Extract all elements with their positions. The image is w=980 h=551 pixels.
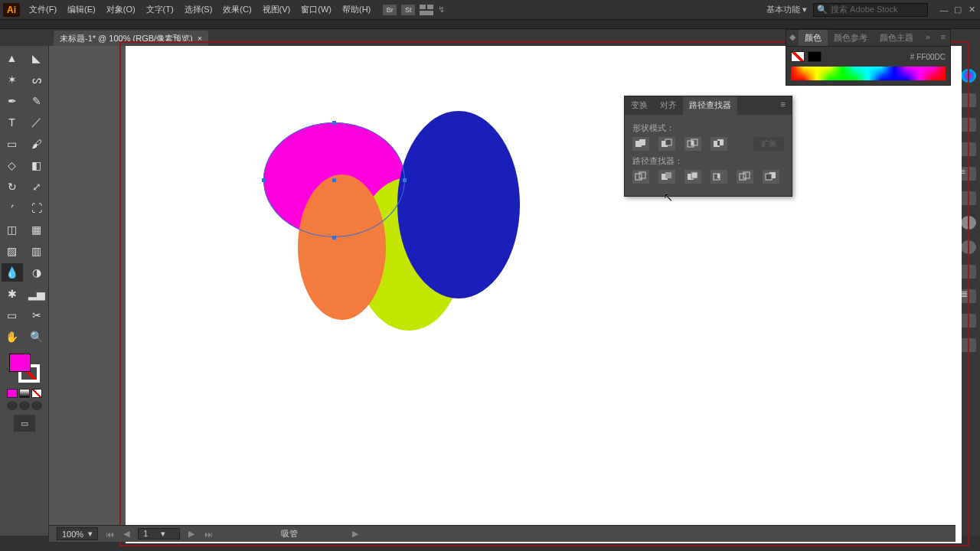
center-point[interactable] — [332, 178, 336, 182]
draw-normal-icon[interactable] — [7, 401, 18, 410]
slice-tool[interactable]: ✂ — [26, 306, 47, 324]
pen-tool[interactable]: ✒ — [2, 92, 23, 110]
search-input[interactable]: 🔍 搜索 Adobe Stock — [813, 3, 928, 17]
eraser-tool[interactable]: ◧ — [26, 156, 47, 174]
rotate-tool[interactable]: ↻ — [2, 178, 23, 196]
line-tool[interactable]: ／ — [26, 113, 47, 132]
direct-selection-tool[interactable]: ◣ — [26, 49, 47, 67]
fill-stroke-selector[interactable] — [6, 352, 43, 384]
artboard-tool[interactable]: ▭ — [2, 306, 23, 324]
tab-color[interactable]: 颜色 — [799, 30, 828, 46]
chevron-down-icon: ▾ — [161, 529, 165, 538]
bridge-icon[interactable]: Br — [383, 5, 397, 15]
arrange-docs-icon[interactable] — [420, 5, 433, 15]
trim-button[interactable] — [658, 170, 675, 184]
search-placeholder: 搜索 Adobe Stock — [831, 4, 897, 15]
anchor-point[interactable] — [403, 178, 407, 182]
stroke-none-swatch[interactable] — [791, 51, 805, 62]
gpu-preview-icon[interactable]: ↯ — [438, 5, 445, 15]
anchor-point[interactable] — [332, 121, 336, 125]
prev-artboard-button[interactable]: ◀ — [121, 529, 132, 540]
tab-color-themes[interactable]: 颜色主题 — [874, 30, 920, 46]
exclude-button[interactable] — [710, 137, 727, 151]
curvature-tool[interactable]: ✎ — [26, 92, 47, 110]
draw-behind-icon[interactable] — [19, 401, 30, 410]
first-artboard-button[interactable]: ⏮ — [104, 529, 115, 540]
next-artboard-button[interactable]: ▶ — [186, 529, 197, 540]
menu-select[interactable]: 选择(S) — [180, 2, 217, 17]
menu-edit[interactable]: 编辑(E) — [63, 2, 100, 17]
unite-button[interactable] — [632, 137, 649, 151]
ellipse-orange[interactable] — [298, 174, 386, 320]
workspace-switcher[interactable]: 基本功能 ▾ — [766, 4, 807, 15]
anchor-point[interactable] — [262, 178, 266, 182]
panel-expand-icon[interactable]: » — [921, 30, 935, 46]
free-transform-tool[interactable]: ⛶ — [26, 199, 47, 217]
close-button[interactable]: ✕ — [966, 5, 977, 15]
tab-align[interactable]: 对齐 — [654, 96, 683, 115]
column-graph-tool[interactable]: ▂▅ — [26, 285, 47, 303]
stock-icon[interactable]: St — [401, 5, 415, 15]
last-artboard-button[interactable]: ⏭ — [203, 529, 214, 540]
artboard-number-field[interactable]: 1 ▾ — [138, 528, 180, 540]
blend-tool[interactable]: ◑ — [26, 263, 47, 282]
panel-menu-icon[interactable]: ≡ — [775, 96, 792, 115]
canvas-area[interactable] — [49, 46, 956, 536]
menu-help[interactable]: 帮助(H) — [338, 2, 375, 17]
type-tool[interactable]: T — [2, 113, 23, 132]
menu-window[interactable]: 窗口(W) — [296, 2, 336, 17]
width-tool[interactable]: ⎖ — [2, 199, 23, 217]
menu-view[interactable]: 视图(V) — [258, 2, 296, 17]
black-swatch[interactable] — [808, 51, 822, 62]
intersect-button[interactable] — [684, 137, 701, 151]
minus-back-button[interactable] — [763, 170, 779, 184]
anchor-point[interactable] — [332, 236, 336, 240]
symbol-sprayer-tool[interactable]: ✱ — [2, 285, 23, 303]
selection-tool[interactable]: ▲ — [2, 49, 23, 67]
gradient-mini[interactable] — [19, 389, 30, 398]
hand-tool[interactable]: ✋ — [2, 328, 23, 346]
rectangle-tool[interactable]: ▭ — [2, 135, 23, 153]
tab-pathfinder[interactable]: 路径查找器 — [683, 96, 737, 115]
screen-mode-button[interactable]: ▭ — [14, 415, 35, 432]
minus-front-button[interactable] — [658, 137, 675, 151]
minimize-button[interactable]: — — [939, 5, 949, 15]
perspective-tool[interactable]: ▦ — [26, 220, 47, 239]
gradient-tool[interactable]: ▥ — [26, 242, 47, 260]
panel-collapse-icon[interactable]: ◆ — [786, 30, 799, 46]
artboard[interactable] — [126, 46, 962, 543]
crop-button[interactable] — [710, 170, 727, 184]
draw-inside-icon[interactable] — [31, 401, 42, 410]
panel-menu-icon[interactable]: ≡ — [936, 30, 950, 46]
lasso-tool[interactable]: ᔕ — [26, 70, 47, 89]
color-spectrum[interactable] — [791, 67, 946, 80]
tab-transform[interactable]: 变换 — [625, 96, 654, 115]
ellipse-blue[interactable] — [397, 111, 520, 298]
merge-button[interactable] — [684, 170, 701, 184]
divide-button[interactable] — [632, 170, 649, 184]
control-bar — [0, 20, 980, 29]
paintbrush-tool[interactable]: 🖌 — [26, 135, 47, 153]
expand-button[interactable]: 扩展 — [753, 137, 784, 151]
scale-tool[interactable]: ⤢ — [26, 178, 47, 196]
tab-color-guide[interactable]: 颜色参考 — [828, 30, 874, 46]
zoom-tool[interactable]: 🔍 — [26, 328, 47, 346]
maximize-button[interactable]: ▢ — [952, 5, 963, 15]
eyedropper-tool[interactable]: 💧 — [2, 263, 23, 282]
svg-rect-13 — [665, 172, 671, 178]
menu-type[interactable]: 文字(T) — [142, 2, 178, 17]
mesh-tool[interactable]: ▨ — [2, 242, 23, 260]
none-mini[interactable] — [31, 389, 42, 398]
hex-display[interactable]: # FF00DC — [910, 53, 946, 61]
fill-color-mini[interactable] — [7, 389, 18, 398]
menu-object[interactable]: 对象(O) — [102, 2, 140, 17]
shape-builder-tool[interactable]: ◫ — [2, 220, 23, 239]
shaper-tool[interactable]: ◇ — [2, 156, 23, 174]
menu-effect[interactable]: 效果(C) — [218, 2, 256, 17]
status-menu-icon[interactable]: ▶ — [350, 529, 361, 540]
magic-wand-tool[interactable]: ✶ — [2, 70, 23, 89]
fill-swatch[interactable] — [9, 354, 31, 372]
menu-file[interactable]: 文件(F) — [24, 2, 61, 17]
outline-button[interactable] — [737, 170, 753, 184]
zoom-level-select[interactable]: 100% ▾ — [57, 527, 98, 540]
